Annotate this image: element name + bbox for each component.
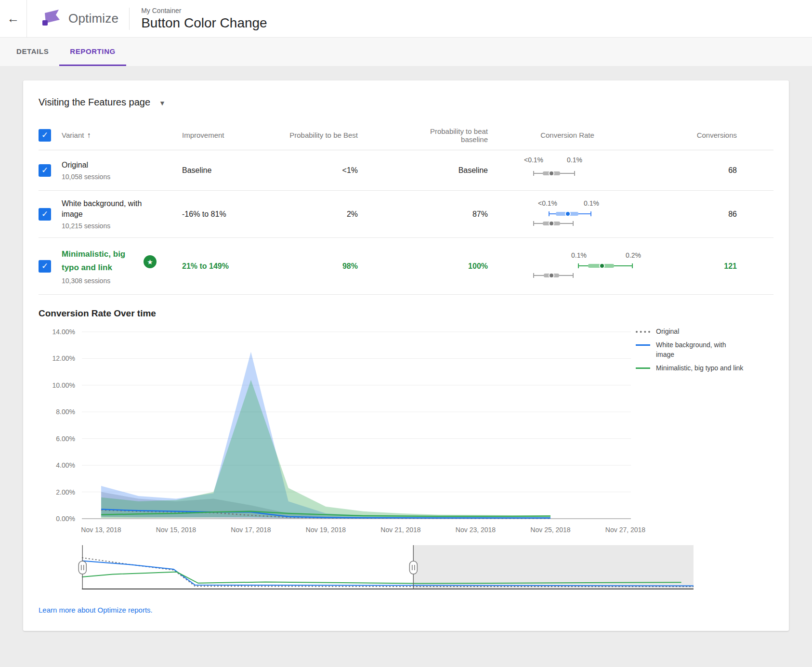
table-header: Variant ↑ Improvement Probability to be … [39, 120, 773, 150]
column-conversion-rate: Conversion Rate [488, 131, 647, 139]
variant-name: White background, with image [62, 198, 156, 220]
improvement-value: Baseline [182, 166, 271, 175]
conversions-value: 86 [647, 210, 737, 219]
prob-beat-value: 100% [358, 262, 488, 271]
optimize-logo [41, 8, 62, 29]
conversions-value: 68 [647, 166, 737, 175]
variant-sessions: 10,058 sessions [62, 173, 178, 181]
tab-bar: DETAILS REPORTING [0, 38, 812, 66]
learn-more-link[interactable]: Learn more about Optimize reports. [39, 606, 153, 614]
top-bar: ← Optimize My Container Button Color Cha… [0, 0, 812, 38]
table-row-minimalistic: Minimalistic, big typo and link ★ 10,308… [39, 238, 773, 295]
back-icon: ← [7, 11, 20, 26]
improvement-value: 21% to 149% [182, 262, 271, 271]
range-slider-chart-svg[interactable] [82, 545, 694, 591]
conversion-rate-errorbar: <0.1%0.1% [488, 156, 647, 185]
variant-sessions: 10,308 sessions [62, 277, 178, 285]
sort-ascending-icon: ↑ [87, 131, 91, 140]
variant-name: Original [62, 160, 158, 170]
experiment-title: Button Color Change [141, 16, 267, 30]
legend-swatch-blue [636, 344, 650, 346]
chart-legend: Original White background, with image Mi… [636, 327, 759, 377]
svg-text:12.00%: 12.00% [52, 354, 75, 362]
app-name: Optimize [68, 11, 118, 26]
conversions-value: 121 [647, 262, 737, 271]
back-button[interactable]: ← [0, 0, 27, 38]
container-label: My Container [141, 7, 267, 14]
svg-text:Nov 23, 2018: Nov 23, 2018 [456, 526, 496, 534]
divider [129, 8, 130, 30]
svg-text:0.2%: 0.2% [626, 251, 641, 259]
svg-text:<0.1%: <0.1% [538, 199, 557, 207]
svg-text:4.00%: 4.00% [56, 461, 75, 469]
column-variant[interactable]: Variant ↑ [62, 131, 182, 140]
variant-sessions: 10,215 sessions [62, 222, 178, 230]
tab-details[interactable]: DETAILS [6, 38, 59, 66]
brand: Optimize [27, 8, 118, 29]
svg-text:0.1%: 0.1% [567, 156, 582, 164]
content: Visiting the Features page ▼ Variant ↑ I… [0, 66, 812, 650]
svg-text:<0.1%: <0.1% [524, 156, 543, 164]
prob-beat-value: 87% [358, 210, 488, 219]
svg-text:Nov 19, 2018: Nov 19, 2018 [306, 526, 346, 534]
column-improvement: Improvement [182, 131, 271, 139]
svg-text:0.1%: 0.1% [584, 199, 599, 207]
svg-text:Nov 25, 2018: Nov 25, 2018 [530, 526, 570, 534]
conversion-rate-errorbar: <0.1%0.1% [488, 199, 647, 229]
prob-best-value: 2% [271, 210, 358, 219]
objective-label: Visiting the Features page [39, 97, 150, 108]
conversion-rate-errorbar: 0.1%0.2% [488, 251, 647, 281]
legend-swatch-dotted [636, 331, 650, 333]
column-prob-best: Probability to be Best [289, 131, 358, 139]
prob-best-value: 98% [271, 262, 358, 271]
legend-item-white-background: White background, with image [636, 340, 759, 359]
leader-star-icon: ★ [144, 255, 157, 268]
improvement-value: -16% to 81% [182, 210, 271, 219]
objective-selector[interactable]: Visiting the Features page ▼ [39, 97, 166, 108]
svg-text:Nov 27, 2018: Nov 27, 2018 [605, 526, 645, 534]
tab-reporting[interactable]: REPORTING [59, 38, 126, 66]
table-row-original: Original 10,058 sessions Baseline <1% Ba… [39, 150, 773, 191]
svg-text:Nov 13, 2018: Nov 13, 2018 [81, 526, 121, 534]
column-prob-beat: Probability to beat baseline [408, 127, 488, 144]
svg-text:2.00%: 2.00% [56, 488, 75, 496]
svg-text:Nov 17, 2018: Nov 17, 2018 [231, 526, 271, 534]
svg-text:14.00%: 14.00% [52, 328, 75, 336]
prob-beat-value: Baseline [358, 166, 488, 175]
time-range-slider[interactable] [82, 545, 703, 591]
row-checkbox[interactable] [39, 260, 51, 273]
svg-text:Nov 21, 2018: Nov 21, 2018 [380, 526, 420, 534]
report-card: Visiting the Features page ▼ Variant ↑ I… [23, 80, 789, 631]
select-all-checkbox[interactable] [39, 129, 51, 142]
conversion-chart: 0.00%2.00%4.00%6.00%8.00%10.00%12.00%14.… [39, 320, 773, 539]
chevron-down-icon: ▼ [159, 99, 166, 107]
svg-text:6.00%: 6.00% [56, 435, 75, 443]
legend-item-original: Original [636, 327, 759, 336]
prob-best-value: <1% [271, 166, 358, 175]
row-checkbox[interactable] [39, 164, 51, 177]
legend-swatch-green [636, 367, 650, 369]
column-conversions: Conversions [647, 131, 737, 139]
table-row-white-background: White background, with image 10,215 sess… [39, 191, 773, 238]
variant-name: Minimalistic, big typo and link [62, 248, 139, 275]
svg-text:0.1%: 0.1% [571, 251, 587, 259]
svg-text:10.00%: 10.00% [52, 381, 75, 389]
row-checkbox[interactable] [39, 208, 51, 221]
legend-item-minimalistic: Minimalistic, big typo and link [636, 363, 759, 373]
svg-text:8.00%: 8.00% [56, 408, 75, 416]
chart-title: Conversion Rate Over time [39, 308, 773, 319]
svg-text:0.00%: 0.00% [56, 515, 75, 523]
svg-text:Nov 15, 2018: Nov 15, 2018 [156, 526, 196, 534]
